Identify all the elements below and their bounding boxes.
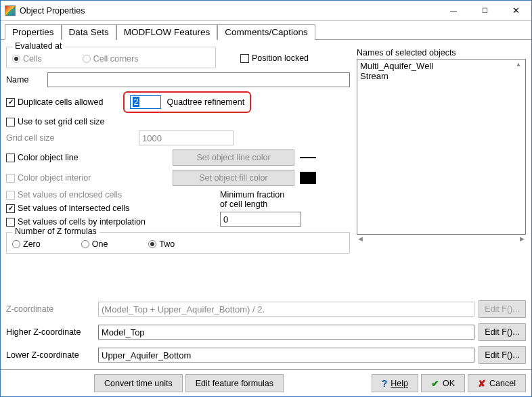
grid-cell-size-label: Grid cell size bbox=[6, 133, 135, 143]
higher-z-edit-f-button[interactable]: Edit F()... bbox=[479, 323, 526, 341]
color-object-interior-checkbox: Color object interior bbox=[6, 173, 169, 183]
checkbox-icon bbox=[6, 98, 15, 107]
z-formulas-group: Number of Z formulas Zero One Two bbox=[6, 232, 350, 254]
scroll-up-icon[interactable]: ▲ bbox=[516, 61, 522, 68]
right-pane: Names of selected objects Multi_Aquifer_… bbox=[357, 44, 526, 296]
z-coordinate-label: Z-coordinate bbox=[6, 304, 94, 314]
min-fraction-label-2: of cell length bbox=[220, 200, 301, 209]
maximize-button[interactable]: ☐ bbox=[469, 1, 500, 20]
min-fraction-input[interactable] bbox=[220, 212, 301, 227]
fill-color-swatch bbox=[300, 172, 316, 184]
quadtree-refinement-input[interactable]: 2 bbox=[130, 95, 161, 109]
content-area: Evaluated at Cells Cell corners bbox=[1, 40, 531, 300]
selected-objects-label: Names of selected objects bbox=[357, 48, 526, 57]
set-enclosed-cells-checkbox: Set values of enclosed cells bbox=[6, 190, 122, 200]
checkbox-icon bbox=[240, 54, 249, 63]
lower-z-edit-f-button[interactable]: Edit F()... bbox=[479, 346, 526, 364]
set-object-line-color-button: Set object line color bbox=[173, 149, 294, 166]
z-formulas-zero-radio[interactable]: Zero bbox=[12, 239, 41, 249]
checkbox-icon bbox=[6, 154, 15, 162]
checkbox-icon bbox=[6, 174, 15, 183]
help-button[interactable]: ? Help bbox=[372, 374, 418, 392]
quadtree-highlight: 2 Quadtree refinement bbox=[123, 91, 251, 113]
z-coordinate-section: Z-coordinate Edit F()... Higher Z-coordi… bbox=[1, 300, 531, 369]
convert-time-units-button[interactable]: Convert time units bbox=[94, 374, 183, 392]
ok-button[interactable]: ✔ OK bbox=[421, 374, 465, 392]
radio-dot-icon bbox=[83, 55, 91, 63]
titlebar: Object Properties — ☐ ✕ bbox=[1, 1, 531, 21]
use-grid-cell-size-checkbox[interactable]: Use to set grid cell size bbox=[6, 117, 105, 126]
footer-bar: Convert time units Edit feature formulas… bbox=[1, 369, 531, 396]
radio-dot-icon bbox=[12, 240, 20, 248]
lower-z-label: Lower Z-coordinate bbox=[6, 350, 94, 360]
higher-z-label: Higher Z-coordinate bbox=[6, 327, 94, 337]
window-title: Object Properties bbox=[20, 6, 438, 16]
position-locked-checkbox[interactable]: Position locked bbox=[240, 53, 309, 63]
window-buttons: — ☐ ✕ bbox=[438, 1, 531, 20]
color-object-line-checkbox[interactable]: Color object line bbox=[6, 153, 169, 162]
lower-z-input[interactable] bbox=[98, 348, 474, 363]
checkbox-icon bbox=[6, 191, 15, 200]
set-intersected-cells-checkbox[interactable]: Set values of intersected cells bbox=[6, 204, 129, 213]
minimize-button[interactable]: — bbox=[438, 1, 469, 20]
set-object-fill-color-button: Set object fill color bbox=[173, 170, 294, 186]
cancel-button[interactable]: ✘ Cancel bbox=[468, 374, 526, 392]
evaluated-at-corners-radio: Cell corners bbox=[83, 54, 139, 64]
scrollbar[interactable]: ▲ bbox=[513, 61, 524, 233]
evaluated-at-legend: Evaluated at bbox=[12, 41, 65, 51]
set-interpolation-checkbox[interactable]: Set values of cells by interpolation bbox=[6, 217, 146, 227]
quadtree-refinement-label: Quadtree refinement bbox=[167, 97, 244, 107]
line-color-swatch bbox=[300, 157, 316, 158]
scroll-right-icon[interactable]: ▶ bbox=[520, 235, 525, 242]
name-input[interactable] bbox=[47, 72, 350, 87]
edit-feature-formulas-button[interactable]: Edit feature formulas bbox=[185, 374, 284, 392]
z-formulas-two-radio[interactable]: Two bbox=[148, 239, 175, 249]
list-item[interactable]: Multi_Aquifer_Well bbox=[360, 61, 523, 71]
z-formulas-legend: Number of Z formulas bbox=[12, 227, 99, 236]
left-pane: Evaluated at Cells Cell corners bbox=[6, 44, 350, 296]
z-edit-f-button: Edit F()... bbox=[479, 300, 526, 318]
close-button[interactable]: ✕ bbox=[500, 1, 531, 20]
z-coordinate-input bbox=[98, 302, 474, 317]
tab-comments-captions[interactable]: Comments/Captions bbox=[217, 24, 315, 40]
checkbox-icon bbox=[6, 218, 15, 227]
min-fraction-label-1: Minimum fraction bbox=[220, 190, 301, 200]
list-item[interactable]: Stream bbox=[360, 71, 523, 81]
radio-dot-icon bbox=[81, 240, 89, 248]
radio-dot-icon bbox=[148, 240, 156, 248]
scroll-left-icon[interactable]: ◀ bbox=[358, 235, 363, 242]
x-icon: ✘ bbox=[478, 378, 486, 389]
check-icon: ✔ bbox=[431, 378, 439, 389]
tab-properties[interactable]: Properties bbox=[5, 24, 62, 40]
tab-strip: Properties Data Sets MODFLOW Features Co… bbox=[1, 21, 531, 40]
duplicate-cells-checkbox[interactable]: Duplicate cells allowed bbox=[6, 97, 103, 107]
tab-data-sets[interactable]: Data Sets bbox=[62, 24, 116, 40]
selected-objects-list[interactable]: Multi_Aquifer_Well Stream ▲ bbox=[357, 59, 526, 235]
radio-dot-icon bbox=[12, 55, 20, 63]
object-properties-window: Object Properties — ☐ ✕ Properties Data … bbox=[0, 0, 532, 397]
higher-z-input[interactable] bbox=[98, 325, 474, 340]
evaluated-at-group: Evaluated at Cells Cell corners bbox=[6, 47, 216, 68]
tab-modflow-features[interactable]: MODFLOW Features bbox=[116, 24, 218, 40]
grid-cell-size-input bbox=[139, 131, 234, 145]
checkbox-icon bbox=[6, 204, 15, 213]
z-formulas-one-radio[interactable]: One bbox=[81, 239, 108, 249]
checkbox-icon bbox=[6, 118, 15, 126]
name-label: Name bbox=[6, 75, 43, 85]
evaluated-at-cells-radio: Cells bbox=[12, 54, 42, 64]
app-icon bbox=[5, 5, 16, 16]
help-icon: ? bbox=[382, 378, 388, 389]
